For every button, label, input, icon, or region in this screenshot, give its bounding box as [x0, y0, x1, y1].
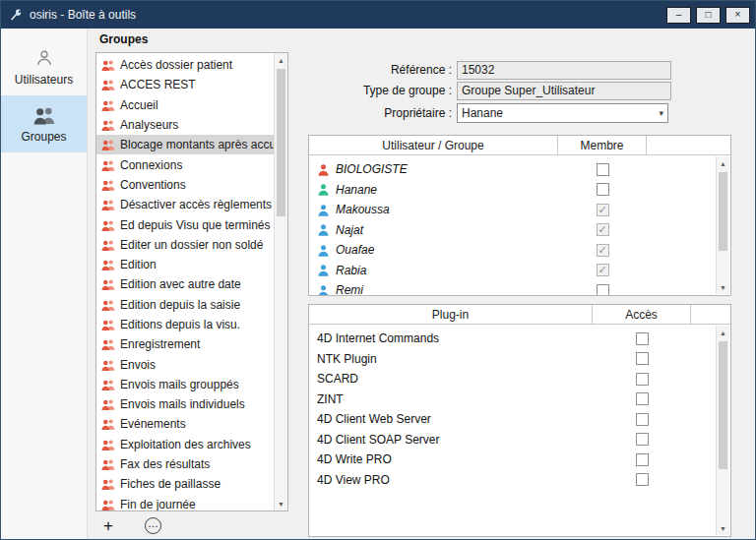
group-list-item[interactable]: Blocage montants après accueil [96, 135, 274, 154]
member-row[interactable]: Hanane [309, 180, 717, 201]
groups-panel: Groupes Accès dossier patientACCES RESTA… [95, 29, 288, 539]
member-name: Najat [336, 223, 363, 237]
member-row[interactable]: Ouafae✓ [309, 240, 717, 261]
add-group-button[interactable]: + [103, 517, 113, 534]
access-checkbox[interactable] [636, 332, 649, 345]
scroll-down-icon[interactable]: ▼ [717, 521, 729, 535]
plugin-row[interactable]: NTK Plugin [309, 349, 717, 370]
member-checkbox[interactable] [597, 163, 609, 176]
group-item-label: Enregistrement [120, 337, 200, 351]
reference-input[interactable]: 15032 [457, 61, 671, 80]
members-col-user[interactable]: Utilisateur / Groupe [309, 136, 558, 154]
member-row[interactable]: Rabia✓ [309, 261, 717, 281]
plugin-row[interactable]: 4D View PRO [309, 470, 717, 491]
members-scrollbar[interactable]: ▲ ▼ [716, 156, 729, 294]
group-list-item[interactable]: Accès dossier patient [96, 55, 274, 75]
group-list-item[interactable]: Editions depuis la visu. [96, 315, 274, 334]
scroll-up-icon[interactable]: ▲ [275, 53, 287, 67]
access-checkbox[interactable] [636, 453, 649, 466]
plugin-row[interactable]: SCARD [309, 369, 717, 390]
member-checkbox[interactable] [597, 183, 609, 196]
owner-row: Propriétaire : Hanane ▾ [306, 103, 668, 123]
plugin-check-cell [593, 332, 691, 345]
member-checkbox[interactable] [597, 284, 609, 295]
group-list-item[interactable]: Fiches de paillasse [96, 474, 274, 494]
member-check-cell: ✓ [558, 264, 647, 276]
more-options-button[interactable]: … [145, 517, 161, 534]
access-checkbox[interactable] [636, 413, 649, 426]
group-icon [101, 358, 115, 372]
member-row[interactable]: BIOLOGISTE [309, 159, 717, 180]
member-checkbox[interactable]: ✓ [597, 204, 609, 216]
access-checkbox[interactable] [636, 352, 649, 365]
plugins-col-access[interactable]: Accès [593, 305, 691, 324]
access-checkbox[interactable] [636, 433, 649, 446]
reference-row: Référence : 15032 [306, 60, 671, 80]
close-button[interactable]: × [725, 7, 750, 24]
group-list-item[interactable]: Editer un dossier non soldé [96, 235, 274, 255]
group-icon [101, 58, 115, 72]
group-list-item[interactable]: Analyseurs [96, 115, 274, 135]
member-checkbox[interactable]: ✓ [597, 223, 609, 236]
sidebar-item-groupes[interactable]: Groupes [1, 95, 87, 152]
group-type-input[interactable]: Groupe Super_Utilisateur [457, 82, 671, 100]
group-list-item[interactable]: Ed depuis Visu que terminés [96, 214, 274, 234]
member-checkbox[interactable]: ✓ [597, 244, 609, 257]
plugins-col-name[interactable]: Plug-in [309, 305, 593, 324]
plugin-row[interactable]: 4D Internet Commands [309, 329, 717, 349]
plugin-check-cell [593, 352, 691, 365]
plugin-row[interactable]: 4D Client SOAP Server [309, 430, 717, 450]
group-list-item[interactable]: Enregistrement [96, 334, 274, 354]
maximize-button[interactable]: □ [696, 7, 721, 24]
scroll-thumb[interactable] [719, 341, 727, 469]
group-list-item[interactable]: Conventions [96, 175, 274, 195]
sidebar-item-utilisateurs[interactable]: Utilisateurs [1, 38, 87, 95]
scroll-down-icon[interactable]: ▼ [275, 497, 287, 510]
group-list-item[interactable]: Désactiver accès règlements [96, 195, 274, 214]
group-list-item[interactable]: Edition [96, 255, 274, 274]
member-row[interactable]: Najat✓ [309, 220, 717, 241]
scroll-thumb[interactable] [277, 69, 285, 216]
minimize-button[interactable]: – [666, 7, 691, 24]
user-icon [317, 204, 330, 216]
group-list-item[interactable]: Evénements [96, 414, 274, 434]
group-list-item[interactable]: Envois [96, 354, 274, 374]
members-col-member[interactable]: Membre [558, 136, 647, 154]
group-list-item[interactable]: Fax des résultats [96, 454, 274, 474]
scroll-up-icon[interactable]: ▲ [717, 156, 729, 170]
member-check-cell [558, 163, 647, 176]
group-item-label: Edition depuis la saisie [120, 298, 240, 312]
group-list-item[interactable]: Envois mails individuels [96, 394, 274, 414]
plugins-scrollbar[interactable]: ▲ ▼ [716, 326, 729, 535]
group-icon [101, 457, 115, 471]
plugin-row[interactable]: 4D Client Web Server [309, 409, 717, 430]
member-name: Ouafae [336, 243, 374, 257]
groups-scrollbar[interactable]: ▲ ▼ [274, 53, 287, 510]
group-icon [101, 238, 115, 252]
group-list-item[interactable]: Connexions [96, 154, 274, 174]
sidebar-item-label: Groupes [21, 130, 66, 144]
scroll-down-icon[interactable]: ▼ [717, 280, 729, 294]
access-checkbox[interactable] [636, 392, 649, 405]
access-checkbox[interactable] [636, 373, 649, 386]
user-icon [317, 264, 330, 276]
plugin-row[interactable]: ZINT [309, 390, 717, 410]
group-list-item[interactable]: Edition depuis la saisie [96, 295, 274, 315]
group-list-item[interactable]: Exploitation des archives [96, 435, 274, 454]
member-checkbox[interactable]: ✓ [597, 264, 609, 276]
group-list-item[interactable]: Envois mails grouppés [96, 375, 274, 394]
plugin-check-cell [593, 373, 691, 386]
group-list-item[interactable]: Edition avec autre date [96, 274, 274, 294]
group-list-item[interactable]: Accueil [96, 95, 274, 115]
group-list-item[interactable]: Fin de journée [96, 495, 274, 511]
owner-label: Propriétaire : [306, 106, 452, 120]
group-list-item[interactable]: ACCES REST [96, 75, 274, 94]
access-checkbox[interactable] [636, 473, 649, 486]
member-row[interactable]: Makoussa✓ [309, 200, 717, 220]
member-name: Hanane [336, 183, 377, 197]
plugin-row[interactable]: 4D Write PRO [309, 450, 717, 470]
scroll-thumb[interactable] [719, 172, 727, 251]
owner-select[interactable]: Hanane ▾ [457, 103, 668, 123]
scroll-up-icon[interactable]: ▲ [717, 326, 729, 339]
member-row[interactable]: Remi [309, 280, 717, 295]
